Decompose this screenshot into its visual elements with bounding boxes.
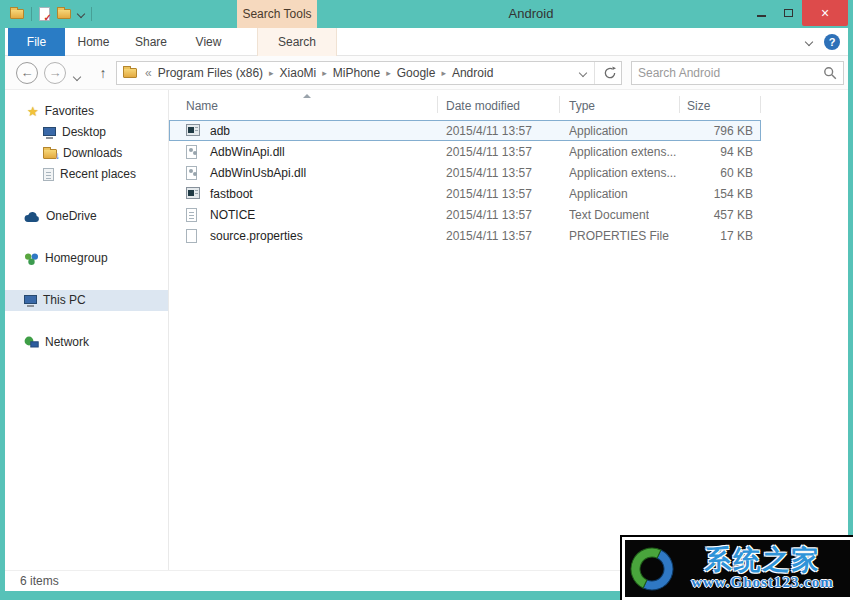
breadcrumb-segment[interactable]: MiPhone [329, 66, 384, 80]
file-row-fastboot[interactable]: fastboot 2015/4/11 13:57 Application 154… [169, 183, 761, 204]
back-button[interactable]: ← [16, 62, 38, 84]
column-headers: Name Date modified Type Size [169, 90, 848, 118]
computer-icon [24, 295, 37, 304]
navigation-pane: ★ Favorites Desktop ↓ Downloads Recent p… [5, 90, 168, 570]
file-row-adbwinusbapi[interactable]: AdbWinUsbApi.dll 2015/4/11 13:57 Applica… [169, 162, 761, 183]
homegroup-icon [24, 252, 39, 266]
breadcrumb-separator-icon[interactable]: ▸ [439, 68, 448, 78]
column-resize-handle[interactable] [679, 96, 680, 113]
search-icon[interactable] [823, 66, 837, 80]
sidebar-item-downloads[interactable]: ↓ Downloads [5, 143, 168, 164]
sidebar-item-onedrive[interactable]: OneDrive [5, 206, 168, 227]
sidebar-item-homegroup[interactable]: Homegroup [5, 248, 168, 269]
file-row-source-properties[interactable]: source.properties 2015/4/11 13:57 PROPER… [169, 225, 761, 246]
file-row-notice[interactable]: NOTICE 2015/4/11 13:57 Text Document 457… [169, 204, 761, 225]
file-type: Text Document [569, 205, 649, 225]
column-header-name[interactable]: Name [186, 90, 218, 118]
watermark-site-url: www.Ghost123.com [691, 574, 834, 591]
star-icon: ★ [27, 101, 39, 122]
minimize-icon [757, 15, 766, 17]
file-date: 2015/4/11 13:57 [446, 121, 532, 141]
sidebar-item-label: Desktop [56, 122, 106, 143]
watermark: 系统之家 www.Ghost123.com [622, 537, 853, 600]
blank-file-icon [186, 229, 197, 243]
explorer-window: ✓ Search Tools Android × File Home Share… [0, 0, 853, 600]
sidebar-item-label: Network [39, 332, 89, 353]
address-dropdown-icon[interactable] [579, 69, 587, 77]
tab-file[interactable]: File [8, 28, 65, 56]
file-type: Application extens... [569, 142, 676, 162]
file-size: 154 KB [679, 184, 761, 204]
recent-locations-dropdown[interactable] [74, 69, 80, 83]
current-folder-icon [123, 68, 137, 78]
address-bar[interactable]: « Program Files (x86) ▸ XiaoMi ▸ MiPhone… [116, 61, 622, 85]
new-folder-icon[interactable] [57, 9, 71, 19]
up-button[interactable]: ↑ [93, 62, 113, 84]
properties-icon[interactable]: ✓ [39, 7, 50, 21]
tab-search[interactable]: Search [257, 28, 337, 56]
file-size: 17 KB [679, 226, 761, 246]
file-name: source.properties [210, 226, 303, 246]
breadcrumb-segment[interactable]: Google [393, 66, 440, 80]
network-icon [24, 336, 39, 349]
download-arrow-icon: ↓ [55, 151, 60, 161]
breadcrumb-separator-icon[interactable]: ▸ [384, 68, 393, 78]
column-resize-handle[interactable] [559, 96, 560, 113]
expand-ribbon-icon[interactable] [805, 38, 813, 46]
breadcrumb-segment[interactable]: Program Files (x86) [154, 66, 267, 80]
file-name: fastboot [210, 184, 253, 204]
window-controls: × [748, 0, 848, 26]
ribbon-right-controls: ? [806, 28, 840, 56]
quick-access-toolbar: ✓ [10, 5, 92, 23]
explorer-window-icon [10, 9, 24, 19]
window-title: Android [466, 0, 596, 28]
sidebar-item-recent-places[interactable]: Recent places [5, 164, 168, 185]
check-icon: ✓ [44, 13, 52, 23]
tab-view[interactable]: View [180, 28, 237, 56]
sidebar-item-favorites[interactable]: ★ Favorites [5, 101, 168, 122]
file-type: PROPERTIES File [569, 226, 669, 246]
chevron-down-icon [73, 73, 81, 81]
qat-dropdown-icon[interactable] [78, 9, 84, 19]
column-header-date-modified[interactable]: Date modified [446, 90, 520, 118]
help-icon[interactable]: ? [824, 34, 840, 50]
address-bar-right [580, 62, 617, 84]
refresh-icon[interactable] [603, 66, 617, 80]
sidebar-item-desktop[interactable]: Desktop [5, 122, 168, 143]
sidebar-item-this-pc[interactable]: This PC [5, 290, 168, 311]
search-tools-contextual-tab[interactable]: Search Tools [237, 0, 317, 28]
breadcrumb-segment[interactable]: XiaoMi [276, 66, 321, 80]
column-header-size[interactable]: Size [687, 90, 710, 118]
column-resize-handle[interactable] [437, 96, 438, 113]
sort-ascending-icon [303, 94, 311, 98]
breadcrumb-separator-icon[interactable]: ▸ [320, 68, 329, 78]
tab-home[interactable]: Home [65, 28, 122, 56]
breadcrumb-separator-icon[interactable]: ▸ [267, 68, 276, 78]
search-input[interactable] [638, 66, 823, 80]
close-button[interactable]: × [802, 0, 848, 26]
file-row-adb[interactable]: adb 2015/4/11 13:57 Application 796 KB [169, 120, 761, 141]
ghost123-logo-icon [629, 546, 675, 592]
file-type: Application [569, 121, 628, 141]
forward-button[interactable]: → [44, 62, 66, 84]
watermark-text: 系统之家 www.Ghost123.com [679, 546, 846, 591]
file-size: 60 KB [679, 163, 761, 183]
search-box[interactable] [631, 61, 844, 85]
file-date: 2015/4/11 13:57 [446, 205, 532, 225]
minimize-button[interactable] [748, 0, 775, 26]
tab-share[interactable]: Share [122, 28, 180, 56]
breadcrumb-segment[interactable]: Android [448, 66, 497, 80]
column-resize-handle[interactable] [760, 96, 761, 113]
watermark-site-name: 系统之家 [705, 546, 821, 574]
sidebar-item-label: Downloads [57, 143, 122, 164]
address-divider [594, 62, 595, 84]
sidebar-item-label: This PC [37, 290, 86, 311]
column-header-type[interactable]: Type [569, 90, 595, 118]
sidebar-item-label: Favorites [39, 101, 94, 122]
file-row-adbwinapi[interactable]: AdbWinApi.dll 2015/4/11 13:57 Applicatio… [169, 141, 761, 162]
sidebar-item-network[interactable]: Network [5, 332, 168, 353]
file-date: 2015/4/11 13:57 [446, 163, 532, 183]
titlebar: ✓ Search Tools Android × [0, 0, 853, 28]
breadcrumb-overflow[interactable]: « [143, 66, 154, 80]
maximize-button[interactable] [775, 0, 802, 26]
